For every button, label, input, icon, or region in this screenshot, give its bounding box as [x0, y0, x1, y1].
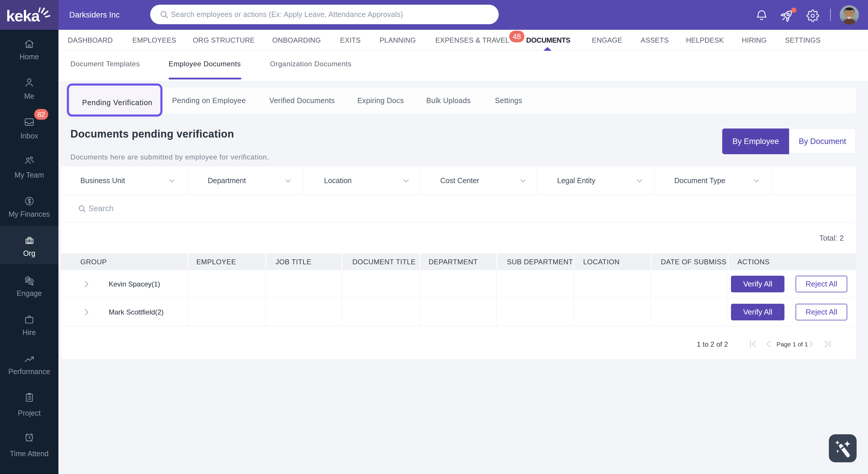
svg-text:keka: keka — [6, 7, 40, 25]
